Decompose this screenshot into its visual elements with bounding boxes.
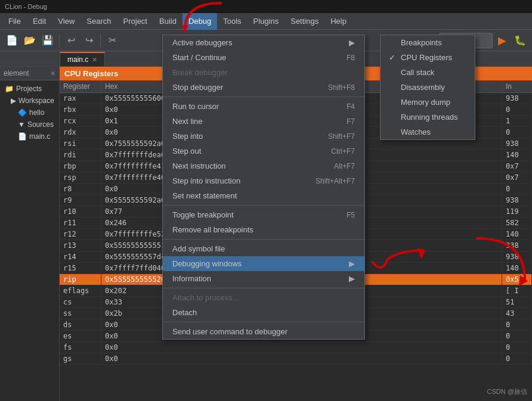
- submenu-watches[interactable]: Watches: [381, 125, 475, 139]
- menu-break-debugger: Break debugger: [163, 65, 364, 80]
- cpu-reg-name: fs: [60, 342, 101, 353]
- panel-close-icon[interactable]: ✕: [50, 70, 55, 77]
- check-watches: [389, 128, 397, 136]
- menu-step-out[interactable]: Step out Ctrl+F7: [163, 144, 364, 158]
- menu-next-line[interactable]: Next line F7: [163, 114, 364, 129]
- title-bar: CLion - Debug: [0, 0, 532, 13]
- sidebar-item-sources[interactable]: ▼ Sources: [0, 119, 59, 130]
- new-file-button[interactable]: 📄: [4, 32, 20, 49]
- cpu-reg-name: cs: [60, 297, 101, 307]
- cpu-reg-name: ds: [60, 319, 101, 330]
- save-button[interactable]: 💾: [39, 32, 56, 49]
- cpu-row[interactable]: gs 0x0 0: [60, 353, 532, 365]
- watermark: CSDN @旅信: [487, 387, 527, 396]
- cpu-reg-dec: 0: [502, 319, 532, 330]
- menu-add-symbol-file[interactable]: Add symbol file: [163, 241, 364, 256]
- run-button[interactable]: ▶: [494, 32, 511, 49]
- menu-send-user-command[interactable]: Send user command to debugger: [163, 324, 364, 339]
- menu-file[interactable]: File: [2, 13, 27, 30]
- back-button[interactable]: ↩: [63, 32, 79, 49]
- cpu-reg-dec: 938: [502, 93, 532, 104]
- menu-project[interactable]: Project: [117, 13, 153, 30]
- menu-help[interactable]: Help: [324, 13, 352, 30]
- cpu-reg-name: r14: [60, 251, 101, 262]
- cpu-reg-dec: 0: [502, 184, 532, 194]
- submenu-running-threads[interactable]: Running threads: [381, 110, 475, 125]
- hello-folder-icon: 🔷: [18, 108, 27, 117]
- cpu-reg-name: rbx: [60, 104, 101, 115]
- cpu-reg-dec: 0: [502, 104, 532, 115]
- cpu-reg-dec: 51: [502, 297, 532, 307]
- sources-icon: ▼: [18, 120, 25, 129]
- submenu-call-stack[interactable]: Call stack: [381, 65, 475, 80]
- menu-start-continue[interactable]: Start / Continue F8: [163, 50, 364, 65]
- cpu-reg-hex: 0x0: [101, 353, 502, 364]
- menu-active-debuggers[interactable]: Active debuggers ▶: [163, 35, 364, 50]
- cpu-panel-title: CPU Registers: [64, 69, 118, 78]
- menu-build[interactable]: Build: [153, 13, 183, 30]
- cpu-reg-dec: 0: [502, 353, 532, 364]
- separator4: [163, 288, 364, 288]
- menu-information[interactable]: Information ▶: [163, 271, 364, 286]
- menu-view[interactable]: View: [52, 13, 81, 30]
- cpu-reg-name: rcx: [60, 116, 101, 126]
- open-button[interactable]: 📂: [21, 32, 38, 49]
- menu-settings[interactable]: Settings: [284, 13, 324, 30]
- menu-search[interactable]: Search: [81, 13, 117, 30]
- cpu-reg-name: rip: [60, 274, 101, 285]
- menu-remove-all-breakpoints[interactable]: Remove all breakpoints: [163, 222, 364, 237]
- check-breakpoints: [389, 38, 397, 47]
- submenu-disassembly[interactable]: Disassembly: [381, 80, 475, 95]
- menu-debug[interactable]: Debug: [183, 13, 217, 30]
- menu-detach[interactable]: Detach: [163, 305, 364, 320]
- sidebar-item-workspace[interactable]: ▶ Workspace: [0, 95, 59, 107]
- cpu-reg-dec: 0: [502, 331, 532, 341]
- cpu-reg-dec: 119: [502, 206, 532, 217]
- submenu-breakpoints[interactable]: Breakpoints: [381, 35, 475, 50]
- submenu-arrow-2: ▶: [349, 259, 355, 268]
- menu-tools[interactable]: Tools: [217, 13, 247, 30]
- cpu-reg-name: r11: [60, 217, 101, 228]
- menu-stop-debugger[interactable]: Stop debugger Shift+F8: [163, 80, 364, 95]
- cpu-reg-dec: 140: [502, 229, 532, 240]
- cpu-reg-name: r13: [60, 240, 101, 251]
- check-call-stack: [389, 68, 397, 77]
- cpu-reg-dec: 140: [502, 263, 532, 273]
- separator3: [163, 239, 364, 240]
- close-icon[interactable]: ✕: [92, 56, 97, 64]
- cpu-reg-dec: 0x7: [502, 172, 532, 183]
- cut-button[interactable]: ✂: [104, 32, 120, 49]
- tab-label: main.c: [67, 55, 88, 64]
- menu-step-into-instruction[interactable]: Step into instruction Shift+Alt+F7: [163, 173, 364, 188]
- cpu-reg-name: r12: [60, 229, 101, 240]
- menu-toggle-breakpoint[interactable]: Toggle breakpoint F5: [163, 207, 364, 222]
- sidebar-item-projects[interactable]: 📁 Projects: [0, 83, 59, 95]
- sidebar-item-main-c[interactable]: 📄 main.c: [0, 130, 59, 142]
- cpu-row[interactable]: fs 0x0 0: [60, 342, 532, 353]
- debug-menu: Active debuggers ▶ Start / Continue F8 B…: [162, 35, 365, 340]
- cpu-reg-name: r10: [60, 206, 101, 217]
- submenu-arrow: ▶: [349, 38, 355, 47]
- menu-step-into[interactable]: Step into Shift+F7: [163, 129, 364, 144]
- check-memory-dump: [389, 98, 397, 107]
- forward-button[interactable]: ↪: [81, 32, 97, 49]
- tab-main-c[interactable]: main.c ✕: [60, 52, 105, 66]
- menu-edit[interactable]: Edit: [27, 13, 52, 30]
- menu-run-to-cursor[interactable]: Run to cursor F4: [163, 99, 364, 114]
- sidebar-item-hello[interactable]: 🔷 hello: [0, 107, 59, 119]
- menu-next-instruction[interactable]: Next instruction Alt+F7: [163, 158, 364, 173]
- cpu-reg-name: rdi: [60, 150, 101, 160]
- submenu-memory-dump[interactable]: Memory dump: [381, 95, 475, 110]
- projects-icon: 📁: [5, 85, 14, 93]
- check-running-threads: [389, 113, 397, 122]
- menu-attach-to-process: Attach to process...: [163, 290, 364, 305]
- menu-debugging-windows[interactable]: Debugging windows ▶: [163, 256, 364, 271]
- menu-plugins[interactable]: Plugins: [248, 13, 285, 30]
- debug-button[interactable]: 🐛: [512, 32, 528, 49]
- cpu-reg-dec: 938: [502, 251, 532, 262]
- menu-set-next-statement[interactable]: Set next statement: [163, 188, 364, 203]
- left-panel: element ✕ 📁 Projects ▶ Workspace 🔷 hello…: [0, 67, 60, 401]
- cpu-reg-dec: 938: [502, 195, 532, 206]
- check-cpu-registers: ✓: [389, 53, 397, 62]
- submenu-cpu-registers[interactable]: ✓ CPU Registers: [381, 50, 475, 65]
